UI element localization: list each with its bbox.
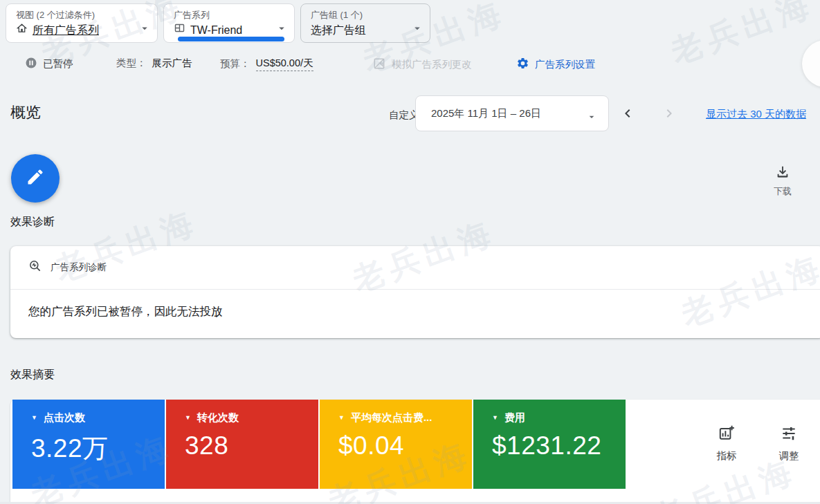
scorecard-cost[interactable]: ▼ 费用 $1231.22: [473, 400, 626, 489]
download-button[interactable]: 下载: [765, 165, 800, 198]
diagnosis-card-header: 广告系列诊断: [10, 246, 820, 290]
home-icon: [16, 22, 28, 39]
diagnosis-message: 您的广告系列已被暂停，因此无法投放: [10, 290, 820, 334]
date-next-button[interactable]: [660, 104, 678, 122]
scorecard-value: $0.04: [338, 431, 472, 460]
download-icon: [775, 165, 790, 183]
show-last-30-days-link[interactable]: 显示过去 30 天的数据: [706, 108, 806, 121]
campaign-filter-dropdown[interactable]: 广告系列 TW-Friend: [163, 3, 295, 43]
diagnosis-section-title: 效果诊断: [10, 215, 55, 230]
scorecard-label: 转化次数: [197, 411, 239, 424]
scorecard-label: 费用: [504, 411, 525, 424]
adgroup-filter-dropdown[interactable]: 广告组 (1 个) 选择广告组: [300, 3, 430, 43]
chevron-down-icon[interactable]: ▼: [185, 415, 191, 421]
simulate-changes-button: 模拟广告系列更改: [372, 57, 472, 73]
chevron-down-icon: [586, 111, 597, 122]
adjust-button[interactable]: 调整: [770, 424, 808, 463]
download-label: 下载: [774, 185, 792, 198]
gear-icon: [516, 57, 529, 72]
chevron-down-icon[interactable]: ▼: [492, 415, 498, 421]
view-filter-value[interactable]: 所有广告系列: [33, 22, 99, 39]
chevron-down-icon[interactable]: ▼: [338, 415, 345, 421]
chart-plus-icon: [718, 424, 736, 445]
campaign-budget[interactable]: 预算： US$50.00/天: [220, 57, 313, 71]
scorecard-value: 328: [185, 431, 318, 460]
chevron-down-icon[interactable]: [138, 22, 151, 35]
scorecard-row: ▼ 点击次数 3.22万 ▼ 转化次数 328 ▼ 平均每次点击费... $0.…: [12, 400, 626, 489]
campaign-status-bar: 已暂停 类型： 展示广告 预算： US$50.00/天 模拟广告系列更改 广告系…: [0, 57, 820, 76]
tune-sliders-icon: [780, 424, 798, 445]
type-value: 展示广告: [152, 57, 192, 70]
type-label: 类型：: [116, 57, 147, 70]
summary-card: ▼ 点击次数 3.22万 ▼ 转化次数 328 ▼ 平均每次点击费... $0.…: [10, 400, 820, 504]
chevron-down-icon[interactable]: [275, 22, 288, 35]
adgroup-filter-label: 广告组 (1 个): [311, 10, 409, 21]
metrics-label: 指标: [717, 449, 737, 463]
diagnosis-card-title: 广告系列诊断: [51, 261, 107, 274]
status-badge[interactable]: 已暂停: [25, 57, 73, 71]
scorecard-conversions[interactable]: ▼ 转化次数 328: [166, 400, 318, 489]
page-title: 概览: [10, 102, 41, 123]
scorecard-label: 平均每次点击费...: [351, 411, 432, 424]
chevron-down-icon[interactable]: ▼: [31, 415, 37, 421]
adjust-label: 调整: [779, 449, 799, 463]
pencil-icon: [26, 167, 45, 189]
date-custom-label: 自定义: [389, 109, 419, 122]
budget-label: 预算：: [220, 57, 250, 71]
campaign-settings-button[interactable]: 广告系列设置: [516, 57, 595, 72]
summary-section-title: 效果摘要: [10, 368, 55, 382]
magnifier-pulse-icon: [28, 259, 42, 276]
edit-fab-button[interactable]: [11, 154, 60, 203]
date-prev-button[interactable]: [619, 104, 637, 122]
date-range-picker[interactable]: 2025年 11月 1日 – 26日: [415, 95, 609, 131]
view-filter-dropdown[interactable]: 视图 (2 个过滤条件) 所有广告系列: [6, 3, 158, 43]
campaign-settings-label: 广告系列设置: [535, 58, 595, 71]
budget-value[interactable]: US$50.00/天: [256, 57, 313, 71]
view-filter-label: 视图 (2 个过滤条件): [16, 10, 136, 21]
pause-circle-icon: [25, 57, 37, 71]
metrics-button[interactable]: 指标: [708, 424, 745, 463]
scorecard-label: 点击次数: [44, 411, 85, 424]
adgroup-filter-value[interactable]: 选择广告组: [311, 22, 366, 39]
active-tab-indicator: [178, 37, 284, 41]
status-text: 已暂停: [43, 57, 73, 71]
campaign-type: 类型： 展示广告: [116, 57, 192, 70]
simulate-changes-label: 模拟广告系列更改: [392, 58, 472, 71]
chevron-down-icon[interactable]: [411, 22, 423, 35]
scorecard-avg-cpc[interactable]: ▼ 平均每次点击费... $0.04: [320, 400, 472, 489]
date-range-value: 2025年 11月 1日 – 26日: [431, 107, 541, 120]
scorecard-value: $1231.22: [492, 431, 626, 460]
simulate-changes-icon: [372, 57, 386, 73]
scorecard-clicks[interactable]: ▼ 点击次数 3.22万: [12, 400, 165, 489]
campaign-filter-label: 广告系列: [174, 10, 273, 21]
scorecard-value: 3.22万: [31, 431, 165, 466]
campaign-diagnosis-card: 广告系列诊断 您的广告系列已被暂停，因此无法投放: [10, 246, 820, 338]
